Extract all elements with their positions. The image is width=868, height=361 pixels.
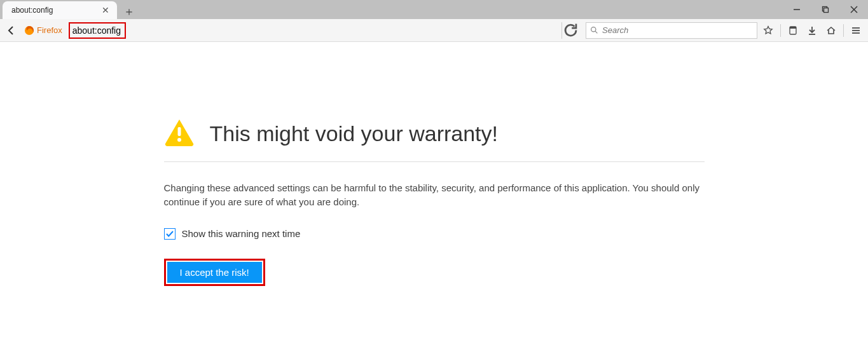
reload-button[interactable] xyxy=(561,22,579,39)
svg-rect-9 xyxy=(790,27,796,29)
firefox-icon xyxy=(24,25,34,36)
show-warning-checkbox[interactable] xyxy=(164,228,176,240)
toolbar-separator xyxy=(843,24,844,37)
toolbar: Firefox xyxy=(0,19,868,42)
svg-rect-2 xyxy=(823,8,828,13)
downloads-button[interactable] xyxy=(804,22,820,39)
svg-rect-14 xyxy=(177,127,181,136)
window-maximize-button[interactable] xyxy=(811,0,839,19)
library-button[interactable] xyxy=(785,22,801,39)
warning-icon xyxy=(164,118,195,149)
back-button[interactable] xyxy=(4,23,19,38)
warning-body: Changing these advanced settings can be … xyxy=(164,181,705,209)
window-close-button[interactable] xyxy=(839,0,868,19)
new-tab-button[interactable]: ＋ xyxy=(121,4,137,19)
svg-point-15 xyxy=(177,138,181,142)
check-icon xyxy=(165,229,174,238)
url-bar-spacer[interactable] xyxy=(128,22,559,39)
menu-button[interactable] xyxy=(848,22,864,39)
url-input[interactable] xyxy=(72,25,122,36)
url-highlight-box xyxy=(69,22,126,39)
search-box[interactable] xyxy=(586,22,757,39)
search-input[interactable] xyxy=(602,25,753,35)
content-area: This might void your warranty! Changing … xyxy=(0,42,868,286)
toolbar-separator xyxy=(780,24,781,37)
warning-panel: This might void your warranty! Changing … xyxy=(164,118,705,286)
bookmark-star-button[interactable] xyxy=(760,22,776,39)
identity-label: Firefox xyxy=(37,25,62,35)
show-warning-label: Show this warning next time xyxy=(182,228,301,239)
accept-highlight-box: I accept the risk! xyxy=(164,259,265,286)
window-minimize-button[interactable] xyxy=(782,0,811,19)
home-button[interactable] xyxy=(823,22,839,39)
svg-line-7 xyxy=(595,31,597,33)
tab-title: about:config xyxy=(11,6,53,15)
svg-point-6 xyxy=(591,27,596,32)
tab-about-config[interactable]: about:config ✕ xyxy=(3,1,117,19)
identity-box[interactable]: Firefox xyxy=(22,22,66,39)
warning-title: This might void your warranty! xyxy=(210,121,499,146)
window-controls xyxy=(782,0,868,19)
tab-strip: about:config ✕ ＋ xyxy=(0,0,868,19)
search-icon xyxy=(590,26,598,34)
tab-close-button[interactable]: ✕ xyxy=(99,5,112,15)
accept-risk-button[interactable]: I accept the risk! xyxy=(167,262,262,283)
